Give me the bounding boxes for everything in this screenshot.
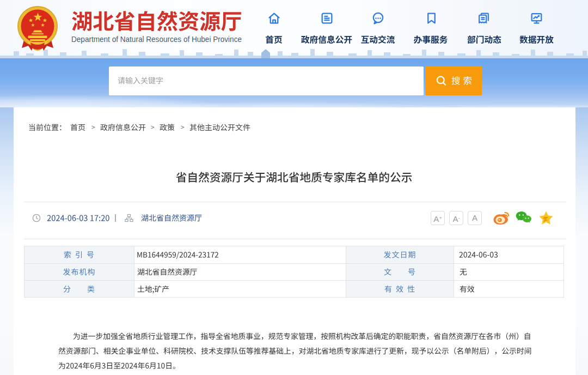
svg-text:Department of Natural Resource: Department of Natural Resources of Hubei… bbox=[71, 35, 242, 44]
